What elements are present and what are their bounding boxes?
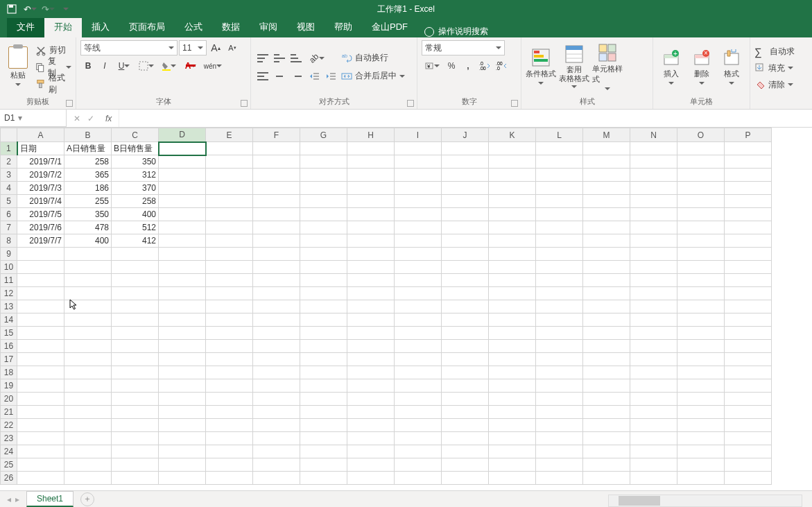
cell[interactable] <box>300 195 347 208</box>
cell[interactable] <box>17 287 64 300</box>
cell[interactable] <box>206 406 253 419</box>
cell[interactable] <box>677 142 725 155</box>
cell[interactable] <box>630 458 677 472</box>
accounting-format-icon[interactable]: ¥ <box>422 58 442 74</box>
cell[interactable] <box>395 340 442 353</box>
cell[interactable]: 400 <box>112 208 159 221</box>
insert-cells-button[interactable]: + 插入 <box>657 42 685 93</box>
cell[interactable] <box>536 182 583 195</box>
cell[interactable] <box>159 366 206 379</box>
align-top-icon[interactable] <box>255 51 270 66</box>
cell[interactable] <box>253 366 300 379</box>
cell[interactable] <box>489 327 536 340</box>
cell[interactable] <box>64 353 112 366</box>
cell[interactable] <box>159 300 206 313</box>
cell[interactable] <box>630 142 677 155</box>
cell[interactable] <box>347 406 395 419</box>
cell[interactable]: 258 <box>112 195 159 208</box>
cell[interactable] <box>159 274 206 287</box>
cell[interactable] <box>347 445 395 458</box>
cell[interactable] <box>17 379 64 393</box>
cell[interactable] <box>253 182 300 195</box>
row-header[interactable]: 20 <box>1 393 17 406</box>
cell[interactable] <box>300 353 347 366</box>
cell[interactable] <box>583 393 630 406</box>
cell[interactable] <box>725 313 772 327</box>
cell[interactable] <box>300 340 347 353</box>
cell[interactable] <box>677 300 725 313</box>
cell[interactable] <box>677 274 725 287</box>
cell[interactable] <box>112 406 159 419</box>
cell[interactable] <box>395 472 442 485</box>
row-header[interactable]: 5 <box>1 195 17 208</box>
column-header[interactable]: F <box>253 128 300 142</box>
cell[interactable] <box>725 169 772 182</box>
cell[interactable] <box>725 234 772 248</box>
cell[interactable] <box>630 274 677 287</box>
align-bottom-icon[interactable] <box>288 51 304 66</box>
cell[interactable] <box>442 327 489 340</box>
cell[interactable] <box>253 419 300 432</box>
column-header[interactable]: B <box>64 128 112 142</box>
cell[interactable] <box>489 406 536 419</box>
cell[interactable] <box>206 208 253 221</box>
row-header[interactable]: 17 <box>1 353 17 366</box>
cell[interactable] <box>300 458 347 472</box>
cell[interactable] <box>300 419 347 432</box>
cell[interactable] <box>17 353 64 366</box>
cell[interactable] <box>583 208 630 221</box>
column-header[interactable]: I <box>395 128 442 142</box>
cell[interactable] <box>300 445 347 458</box>
cell[interactable] <box>17 445 64 458</box>
cell[interactable] <box>442 248 489 261</box>
prev-sheet-icon[interactable]: ◂ <box>7 495 11 504</box>
cell[interactable] <box>300 221 347 234</box>
cell[interactable] <box>17 327 64 340</box>
cell[interactable]: 412 <box>112 234 159 248</box>
cell[interactable] <box>300 208 347 221</box>
border-button[interactable] <box>136 58 157 74</box>
align-middle-icon[interactable] <box>272 51 287 66</box>
underline-button[interactable]: U <box>114 58 135 74</box>
cell[interactable] <box>347 234 395 248</box>
cell[interactable] <box>536 313 583 327</box>
cell[interactable] <box>253 208 300 221</box>
row-header[interactable]: 10 <box>1 261 17 274</box>
cell[interactable] <box>347 142 395 155</box>
cell[interactable] <box>489 379 536 393</box>
cell[interactable] <box>630 300 677 313</box>
cell[interactable] <box>159 208 206 221</box>
cell[interactable] <box>442 406 489 419</box>
cell[interactable] <box>583 327 630 340</box>
cell[interactable] <box>300 234 347 248</box>
cell[interactable] <box>489 274 536 287</box>
cell[interactable] <box>253 379 300 393</box>
row-header[interactable]: 8 <box>1 234 17 248</box>
cell[interactable] <box>395 182 442 195</box>
cell[interactable] <box>206 472 253 485</box>
cell[interactable] <box>64 261 112 274</box>
cell[interactable]: 512 <box>112 221 159 234</box>
cell[interactable] <box>725 458 772 472</box>
cell[interactable] <box>395 287 442 300</box>
align-right-icon[interactable] <box>288 69 304 84</box>
cell[interactable] <box>395 353 442 366</box>
cell[interactable] <box>64 366 112 379</box>
cell[interactable] <box>442 458 489 472</box>
cell[interactable] <box>64 274 112 287</box>
cell[interactable] <box>253 313 300 327</box>
cell[interactable] <box>583 182 630 195</box>
cell[interactable] <box>159 195 206 208</box>
cell[interactable] <box>489 195 536 208</box>
cell[interactable] <box>630 406 677 419</box>
cell[interactable] <box>677 155 725 169</box>
delete-cells-button[interactable]: × 删除 <box>688 42 716 93</box>
cell[interactable] <box>536 458 583 472</box>
cell[interactable] <box>677 393 725 406</box>
cell[interactable] <box>725 208 772 221</box>
cell[interactable] <box>300 366 347 379</box>
cell[interactable] <box>112 366 159 379</box>
cell[interactable] <box>300 274 347 287</box>
cancel-formula-icon[interactable]: ✕ <box>74 114 80 123</box>
cell[interactable] <box>536 406 583 419</box>
